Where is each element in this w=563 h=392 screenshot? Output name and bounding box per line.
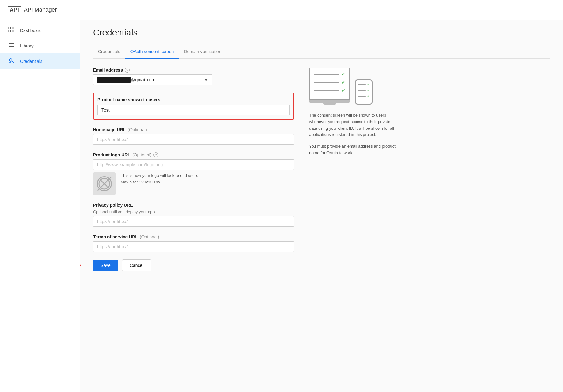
svg-point-3 bbox=[12, 30, 14, 32]
dashboard-icon bbox=[8, 26, 15, 34]
top-header: API API Manager bbox=[0, 0, 563, 20]
tos-field-group: Terms of service URL (Optional) bbox=[93, 234, 294, 252]
svg-point-0 bbox=[9, 27, 11, 29]
laptop-row-2: ✓ bbox=[314, 80, 345, 85]
consent-illustration: ✓ ✓ ✓ bbox=[309, 68, 397, 105]
phone-illustration: ✓ ✓ ✓ bbox=[355, 79, 373, 105]
sidebar-item-library[interactable]: Library bbox=[0, 38, 80, 53]
product-logo-help-icon[interactable]: ? bbox=[153, 152, 158, 157]
phone-check-2: ✓ bbox=[367, 88, 370, 92]
no-image-icon bbox=[97, 176, 112, 191]
phone-line-1 bbox=[358, 84, 366, 85]
save-button[interactable]: Save bbox=[93, 260, 118, 271]
laptop-screen: ✓ ✓ ✓ bbox=[309, 68, 350, 100]
right-panel: ✓ ✓ ✓ bbox=[309, 68, 397, 271]
phone-check-3: ✓ bbox=[367, 94, 370, 98]
phone-line-2 bbox=[358, 90, 366, 91]
laptop-illustration: ✓ ✓ ✓ bbox=[309, 68, 350, 105]
tos-input[interactable] bbox=[93, 241, 294, 252]
app-name: API Manager bbox=[24, 7, 57, 13]
phone-row-2: ✓ bbox=[358, 88, 370, 92]
sidebar-label-dashboard: Dashboard bbox=[20, 28, 42, 33]
laptop-base bbox=[309, 100, 350, 103]
homepage-url-label: Homepage URL (Optional) bbox=[93, 127, 294, 132]
check-icon-1: ✓ bbox=[342, 72, 345, 77]
product-logo-input[interactable] bbox=[93, 159, 294, 170]
main-layout: Dashboard Library Credentia bbox=[0, 20, 563, 392]
tos-label: Terms of service URL (Optional) bbox=[93, 234, 294, 239]
svg-rect-5 bbox=[9, 45, 14, 45]
logo-preview-row: This is how your logo will look to end u… bbox=[93, 172, 294, 195]
homepage-url-field-group: Homepage URL (Optional) bbox=[93, 127, 294, 145]
svg-point-2 bbox=[9, 30, 11, 32]
phone-row-1: ✓ bbox=[358, 82, 370, 86]
panel-text-1: The consent screen will be shown to user… bbox=[309, 112, 397, 138]
laptop-row-1: ✓ bbox=[314, 72, 345, 77]
phone-check-1: ✓ bbox=[367, 82, 370, 86]
laptop-row-3: ✓ bbox=[314, 88, 345, 93]
logo-preview-box bbox=[93, 172, 116, 195]
homepage-url-input[interactable] bbox=[93, 134, 294, 145]
app-logo: API API Manager bbox=[8, 6, 57, 14]
form-panel-wrapper: Email address ? ██████████@gmail.com ▼ P… bbox=[93, 68, 550, 271]
svg-point-1 bbox=[12, 27, 14, 29]
tab-credentials[interactable]: Credentials bbox=[93, 45, 125, 59]
email-help-icon[interactable]: ? bbox=[125, 68, 130, 73]
sidebar: Dashboard Library Credentia bbox=[0, 20, 80, 392]
check-icon-2: ✓ bbox=[342, 80, 345, 85]
sidebar-item-credentials[interactable]: Credentials bbox=[0, 53, 80, 69]
page-title: Credentials bbox=[93, 28, 550, 38]
email-suffix: @gmail.com bbox=[131, 77, 155, 82]
sidebar-label-library: Library bbox=[20, 43, 34, 48]
email-redacted: ██████████ bbox=[97, 77, 131, 83]
cancel-button[interactable]: Cancel bbox=[122, 259, 151, 271]
library-icon bbox=[8, 42, 15, 50]
privacy-policy-input[interactable] bbox=[93, 216, 294, 227]
laptop-line bbox=[314, 74, 339, 75]
svg-line-12 bbox=[100, 179, 109, 188]
check-icon-3: ✓ bbox=[342, 88, 345, 93]
tab-oauth[interactable]: OAuth consent screen bbox=[125, 45, 179, 59]
tabs-bar: Credentials OAuth consent screen Domain … bbox=[93, 45, 550, 59]
laptop-line-3 bbox=[314, 90, 339, 91]
product-logo-field-group: Product logo URL (Optional) ? bbox=[93, 152, 294, 195]
arrow-indicator: ➜ bbox=[80, 259, 81, 271]
logo-preview-text: This is how your logo will look to end u… bbox=[121, 172, 198, 186]
svg-rect-4 bbox=[9, 43, 14, 44]
product-name-input[interactable] bbox=[97, 105, 290, 115]
product-name-field-group: Product name shown to users bbox=[93, 93, 294, 120]
tab-domain[interactable]: Domain verification bbox=[179, 45, 226, 59]
privacy-policy-field-group: Privacy policy URL Optional until you de… bbox=[93, 203, 294, 227]
laptop-line-2 bbox=[314, 82, 339, 83]
product-logo-label: Product logo URL (Optional) ? bbox=[93, 152, 294, 157]
svg-rect-6 bbox=[9, 46, 14, 47]
svg-line-8 bbox=[12, 61, 14, 63]
email-dropdown-arrow: ▼ bbox=[204, 77, 208, 82]
email-field-group: Email address ? ██████████@gmail.com ▼ bbox=[93, 68, 294, 85]
privacy-policy-label: Privacy policy URL bbox=[93, 203, 294, 208]
email-select[interactable]: ██████████@gmail.com ▼ bbox=[93, 74, 212, 85]
panel-text-2: You must provide an email address and pr… bbox=[309, 143, 397, 156]
credentials-icon bbox=[8, 57, 15, 65]
content-area: Credentials Credentials OAuth consent sc… bbox=[80, 20, 563, 392]
privacy-policy-sublabel: Optional until you deploy your app bbox=[93, 210, 294, 214]
laptop-stand bbox=[323, 103, 336, 105]
api-logo-box: API bbox=[8, 6, 21, 14]
oauth-form: Email address ? ██████████@gmail.com ▼ P… bbox=[93, 68, 294, 271]
product-name-label: Product name shown to users bbox=[97, 97, 290, 102]
phone-row-3: ✓ bbox=[358, 94, 370, 98]
sidebar-label-credentials: Credentials bbox=[20, 59, 42, 64]
email-label: Email address ? bbox=[93, 68, 294, 73]
buttons-row: ➜ Save Cancel bbox=[93, 259, 294, 271]
phone-line-3 bbox=[358, 96, 366, 97]
sidebar-item-dashboard[interactable]: Dashboard bbox=[0, 23, 80, 38]
